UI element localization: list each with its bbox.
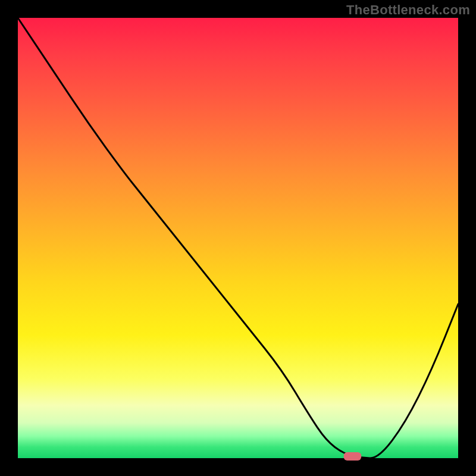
bottleneck-curve bbox=[18, 18, 458, 458]
watermark-text: TheBottleneck.com bbox=[346, 2, 470, 18]
curve-layer bbox=[18, 18, 458, 458]
plot-area bbox=[18, 18, 458, 458]
optimum-marker bbox=[344, 452, 362, 461]
chart-frame: TheBottleneck.com bbox=[0, 0, 476, 476]
